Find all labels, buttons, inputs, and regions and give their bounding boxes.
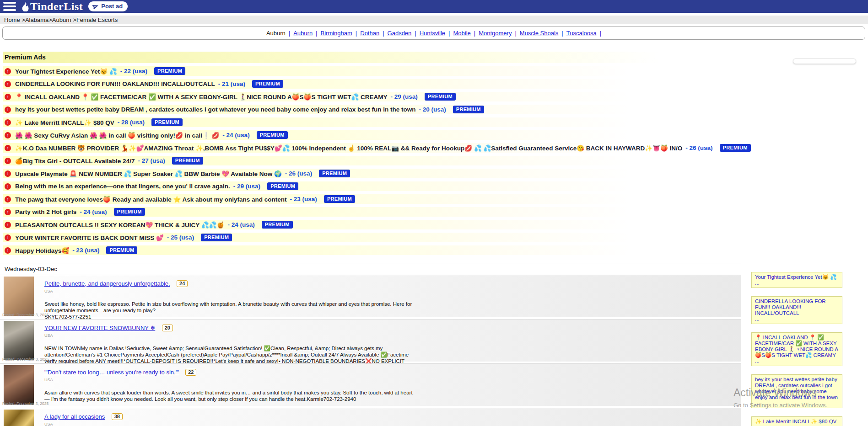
sidebar-ad-title[interactable]: CINDERELLA LOOKING FOR FUN!!! OAKLAND!!!…: [755, 298, 839, 316]
premium-ad-title[interactable]: ✨ Lake Merritt INCALL✨ $80 QV: [15, 119, 114, 126]
premium-ad-title[interactable]: The pawg that everyone loves🍑 Ready and …: [15, 196, 287, 203]
city-link[interactable]: Huntsville: [420, 30, 445, 37]
premium-ad-row[interactable]: ↑ 📍 INCALL OAKLAND 📍 ✅ FACETIME/CAR ✅ WI…: [3, 92, 717, 101]
city-link[interactable]: Dothan: [360, 30, 379, 37]
sidebar-ad-box[interactable]: hey its your best wettes petite baby DRE…: [751, 374, 842, 408]
breadcrumb[interactable]: Home >Alabama>Auburn >Female Escorts: [0, 16, 868, 24]
brand-name: TinderList: [30, 0, 83, 13]
listing-description: Asian allure with curves that speak loud…: [44, 389, 417, 402]
premium-badge: PREMIUM: [151, 118, 183, 126]
premium-ad-row[interactable]: ↑ Happy Holidays🥰 - 23 (usa) PREMIUM: [3, 245, 717, 255]
premium-badge: PREMIUM: [267, 182, 298, 190]
premium-ad-row[interactable]: ↑ CINDERELLA LOOKING FOR FUN!!! OAKLAND!…: [3, 79, 717, 89]
listing-title-link[interactable]: "'Don't stare too long… unless you're re…: [44, 369, 179, 376]
city-link[interactable]: Mobile: [453, 30, 470, 37]
listing-row[interactable]: "'Don't stare too long… unless you're re…: [0, 363, 741, 406]
premium-ad-title[interactable]: Being with me is an experience—one that …: [15, 183, 230, 190]
listing-posted-date: Posted: December 3, 2025: [2, 357, 49, 362]
premium-ad-row[interactable]: ↑ Being with me is an experience—one tha…: [3, 181, 717, 191]
premium-ad-title[interactable]: 📍 INCALL OAKLAND 📍 ✅ FACETIME/CAR ✅ WITH…: [15, 93, 388, 101]
premium-badge: PREMIUM: [154, 67, 185, 75]
listing-title-link[interactable]: A lady for all occasions: [44, 413, 105, 420]
premium-ad-title[interactable]: ✨K.O Daa NUMBER 🐯 PROVIDER 💃✨💕AMAZING Th…: [15, 144, 682, 152]
city-link[interactable]: Auburn: [266, 30, 286, 37]
sidebar-ad-title[interactable]: hey its your best wettes petite baby DRE…: [755, 377, 839, 400]
up-arrow-icon: ↑: [5, 119, 11, 126]
listing-content: "'Don't stare too long… unless you're re…: [44, 368, 728, 402]
premium-ad-title[interactable]: Party with 2 Hot girls: [15, 208, 76, 215]
sidebar-ad-title[interactable]: ✨ Lake Merritt INCALL✨ $80 QV: [755, 419, 839, 425]
premium-ad-age-meta: - 21 (usa): [218, 80, 245, 87]
premium-ad-age-meta: - 23 (usa): [290, 196, 317, 202]
sidebar-ad-title[interactable]: 📍 INCALL OAKLAND 📍 ✅ FACETIME/CAR ✅ WITH…: [755, 335, 839, 358]
premium-ad-row[interactable]: ↑ Upscale Playmate 🚨 NEW NUMBER 💦 Super …: [3, 169, 717, 178]
city-link[interactable]: Muscle Shoals: [520, 30, 559, 37]
premium-ad-row[interactable]: ↑ YOUR WINTER FAVORITE IS BACK DONT MISS…: [3, 233, 717, 242]
listing-thumbnail[interactable]: [4, 277, 34, 316]
premium-ad-title[interactable]: Happy Holidays🥰: [15, 247, 69, 254]
premium-ad-row[interactable]: ↑ hey its your best wettes petite baby D…: [3, 105, 717, 114]
city-link[interactable]: Auburn: [293, 30, 313, 37]
sidebar-ad-box[interactable]: 📍 INCALL OAKLAND 📍 ✅ FACETIME/CAR ✅ WITH…: [751, 332, 842, 366]
premium-ad-row[interactable]: ↑ 🌺 🌺 Sexy CuRvy Asian 🌺 🌺 in call 🍑 vis…: [3, 130, 717, 140]
premium-ad-row[interactable]: ↑ PLEASANTON OUTCALLS !! SEXY KOREAN💖 TH…: [3, 220, 717, 229]
premium-badge: PREMIUM: [114, 208, 145, 216]
premium-ad-title[interactable]: Upscale Playmate 🚨 NEW NUMBER 💦 Super So…: [15, 170, 282, 177]
premium-ad-row[interactable]: ↑ The pawg that everyone loves🍑 Ready an…: [3, 194, 717, 204]
listing-thumbnail[interactable]: [4, 365, 34, 405]
premium-badge: PREMIUM: [425, 93, 456, 101]
sidebar-ad-title[interactable]: Your Tightest Experience Yet😼 💦: [755, 274, 839, 280]
brand-logo[interactable]: TinderList: [22, 0, 83, 13]
premium-badge: PREMIUM: [172, 157, 203, 165]
premium-ad-row[interactable]: ↑ ✨ Lake Merritt INCALL✨ $80 QV - 28 (us…: [3, 117, 717, 127]
premium-ad-title[interactable]: CINDERELLA LOOKING FOR FUN!!! OAKLAND!!!…: [15, 80, 215, 87]
sidebar-ad-ellipsis: ...: [755, 280, 839, 286]
premium-ad-title[interactable]: 🍊Big Tits Girl - OUTCALL Available 24/7: [15, 157, 135, 165]
premium-ad-title[interactable]: PLEASANTON OUTCALLS !! SEXY KOREAN💖 THIC…: [15, 221, 224, 229]
city-link[interactable]: Gadsden: [388, 30, 412, 37]
post-ad-button[interactable]: Post ad: [88, 1, 128, 11]
up-arrow-icon: ↑: [5, 222, 11, 228]
sidebar-premium-boxes: Your Tightest Experience Yet😼 💦 ... CIND…: [751, 272, 842, 426]
listing-posted-date: Posted: December 3, 2025: [2, 313, 49, 317]
listing-thumbnail[interactable]: [4, 321, 34, 360]
premium-ad-age-meta: - 20 (usa): [419, 106, 446, 113]
listing-content: Petite, brunette, and dangerously unforg…: [44, 279, 728, 320]
up-arrow-icon: ↑: [5, 170, 11, 177]
city-separator: |: [316, 30, 317, 37]
listing-row[interactable]: A lady for all occasions 38 USA: [0, 408, 741, 426]
premium-ad-title[interactable]: Your Tightest Experience Yet😼 💦: [15, 68, 117, 75]
listing-title-link[interactable]: Petite, brunette, and dangerously unforg…: [44, 280, 170, 287]
listing-thumbnail[interactable]: [4, 410, 34, 426]
city-link[interactable]: Montgomery: [479, 30, 512, 37]
premium-ad-title[interactable]: hey its your best wettes petite baby DRE…: [15, 106, 415, 113]
listing-posted-date: Posted: December 3, 2025: [2, 401, 49, 406]
city-separator: |: [474, 30, 475, 37]
premium-ad-row[interactable]: ↑ 🍊Big Tits Girl - OUTCALL Available 24/…: [3, 156, 717, 165]
listing-row[interactable]: YOUR NEW FAVORITE SNOWBUNNY ❄ 20 USA NEW…: [0, 319, 741, 362]
city-separator: |: [383, 30, 384, 37]
listing-country: USA: [44, 333, 728, 338]
premium-ad-title[interactable]: YOUR WINTER FAVORITE IS BACK DONT MISS 💕: [15, 234, 164, 241]
age-badge: 20: [162, 325, 173, 331]
premium-badge: PREMIUM: [252, 80, 283, 88]
premium-ad-age-meta: - 24 (usa): [227, 221, 254, 228]
up-arrow-icon: ↑: [5, 81, 11, 87]
premium-ad-age-meta: - 26 (usa): [685, 144, 712, 151]
premium-ad-row[interactable]: ↑ ✨K.O Daa NUMBER 🐯 PROVIDER 💃✨💕AMAZING …: [3, 143, 717, 153]
listing-title-link[interactable]: YOUR NEW FAVORITE SNOWBUNNY ❄: [44, 325, 155, 331]
age-badge: 38: [112, 413, 123, 420]
hamburger-menu-icon[interactable]: [3, 2, 16, 11]
sidebar-ad-box[interactable]: CINDERELLA LOOKING FOR FUN!!! OAKLAND!!!…: [751, 296, 842, 324]
sidebar-ad-box[interactable]: Your Tightest Experience Yet😼 💦 ...: [751, 272, 842, 288]
up-arrow-icon: ↑: [5, 158, 11, 164]
premium-ad-row[interactable]: ↑ Your Tightest Experience Yet😼 💦 - 22 (…: [3, 66, 717, 76]
premium-badge: PREMIUM: [319, 170, 350, 177]
city-link[interactable]: Birmingham: [321, 30, 352, 37]
premium-badge: PREMIUM: [106, 246, 137, 254]
sidebar-ad-box[interactable]: ✨ Lake Merritt INCALL✨ $80 QV ...: [751, 416, 842, 426]
premium-ad-title[interactable]: 🌺 🌺 Sexy CuRvy Asian 🌺 🌺 in call 🍑 visit…: [15, 132, 219, 139]
premium-ad-row[interactable]: ↑ Party with 2 Hot girls - 24 (usa) PREM…: [3, 207, 717, 217]
listing-row[interactable]: Petite, brunette, and dangerously unforg…: [0, 275, 741, 317]
city-link[interactable]: Tuscaloosa: [566, 30, 597, 37]
